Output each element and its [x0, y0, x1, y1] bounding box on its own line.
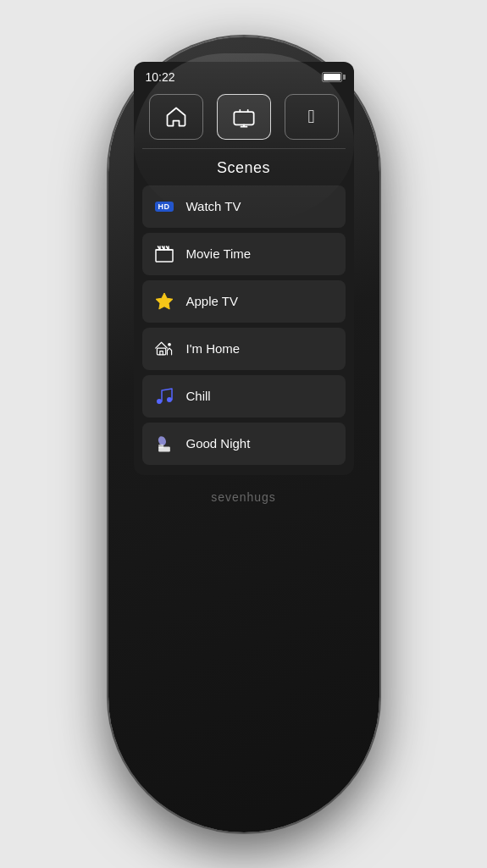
scene-chill[interactable]: Chill — [142, 375, 346, 417]
watch-tv-icon: HD — [152, 195, 176, 218]
apple-icon:  — [307, 108, 314, 126]
battery-indicator — [322, 72, 342, 82]
brand-name: sevenhugs — [211, 490, 276, 504]
status-bar: 10:22 — [134, 62, 354, 91]
good-night-icon — [152, 432, 176, 456]
scene-label: Good Night — [186, 436, 251, 451]
apple-tv-icon — [152, 290, 176, 313]
tv-button[interactable] — [217, 94, 271, 140]
svg-rect-0 — [234, 112, 253, 124]
tv-icon — [232, 105, 256, 129]
home-button[interactable] — [149, 94, 203, 140]
scene-good-night[interactable]: Good Night — [142, 423, 346, 465]
svg-rect-1 — [156, 250, 173, 262]
remote-screen: 10:22  — [134, 62, 354, 475]
svg-point-10 — [167, 397, 172, 402]
im-home-icon — [152, 337, 176, 361]
svg-rect-12 — [158, 444, 163, 447]
scene-watch-tv[interactable]: HD Watch TV — [142, 185, 346, 228]
home-person-icon — [154, 339, 174, 359]
scene-im-home[interactable]: I'm Home — [142, 328, 346, 370]
app-icon-row:  — [134, 91, 354, 148]
scene-label: Apple TV — [186, 294, 238, 308]
scene-movie-time[interactable]: Movie Time — [142, 233, 346, 275]
scenes-heading: Scenes — [134, 149, 354, 185]
moon-bed-icon — [154, 434, 174, 454]
clock: 10:22 — [146, 70, 175, 84]
music-note-icon — [154, 386, 174, 406]
scene-label: Movie Time — [186, 246, 252, 261]
battery-fill — [324, 74, 340, 80]
svg-point-9 — [157, 399, 162, 404]
scene-label: Chill — [186, 389, 211, 403]
remote-device: 10:22  — [108, 36, 379, 832]
chill-icon — [152, 384, 176, 408]
star-icon — [154, 291, 174, 312]
movie-time-icon — [152, 242, 176, 266]
hd-badge: HD — [155, 202, 174, 212]
scene-label: Watch TV — [186, 199, 241, 213]
svg-marker-6 — [156, 293, 173, 309]
scene-list: HD Watch TV — [134, 185, 354, 475]
home-icon — [164, 105, 188, 129]
apple-button[interactable]:  — [285, 94, 339, 140]
svg-point-8 — [168, 342, 171, 346]
scene-label: I'm Home — [186, 341, 241, 356]
clapper-icon — [154, 244, 174, 264]
scene-apple-tv[interactable]: Apple TV — [142, 280, 346, 323]
